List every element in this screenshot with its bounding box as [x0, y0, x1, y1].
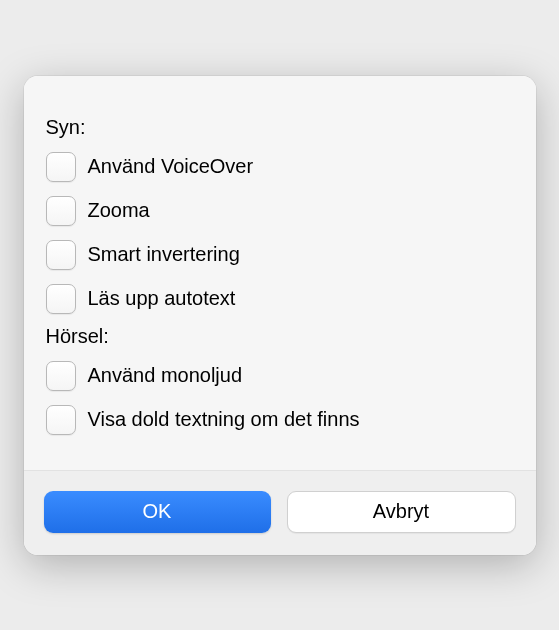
- hearing-section-label: Hörsel:: [46, 325, 514, 348]
- option-label-mono-audio: Använd monoljud: [88, 364, 243, 387]
- button-bar: OK Avbryt: [24, 470, 536, 555]
- option-label-voiceover: Använd VoiceOver: [88, 155, 254, 178]
- checkbox-mono-audio[interactable]: [46, 361, 76, 391]
- vision-section-label: Syn:: [46, 116, 514, 139]
- option-row-voiceover: Använd VoiceOver: [46, 145, 514, 189]
- option-row-closed-captions: Visa dold textning om det finns: [46, 398, 514, 442]
- option-label-speak-autotext: Läs upp autotext: [88, 287, 236, 310]
- checkbox-voiceover[interactable]: [46, 152, 76, 182]
- checkbox-zoom[interactable]: [46, 196, 76, 226]
- option-row-smart-invert: Smart invertering: [46, 233, 514, 277]
- option-row-zoom: Zooma: [46, 189, 514, 233]
- option-row-speak-autotext: Läs upp autotext: [46, 277, 514, 321]
- option-label-zoom: Zooma: [88, 199, 150, 222]
- checkbox-closed-captions[interactable]: [46, 405, 76, 435]
- accessibility-dialog: Syn: Använd VoiceOver Zooma Smart invert…: [24, 76, 536, 555]
- checkbox-smart-invert[interactable]: [46, 240, 76, 270]
- cancel-button[interactable]: Avbryt: [287, 491, 516, 533]
- dialog-content: Syn: Använd VoiceOver Zooma Smart invert…: [24, 76, 536, 470]
- checkbox-speak-autotext[interactable]: [46, 284, 76, 314]
- ok-button[interactable]: OK: [44, 491, 271, 533]
- option-label-closed-captions: Visa dold textning om det finns: [88, 408, 360, 431]
- option-row-mono-audio: Använd monoljud: [46, 354, 514, 398]
- option-label-smart-invert: Smart invertering: [88, 243, 240, 266]
